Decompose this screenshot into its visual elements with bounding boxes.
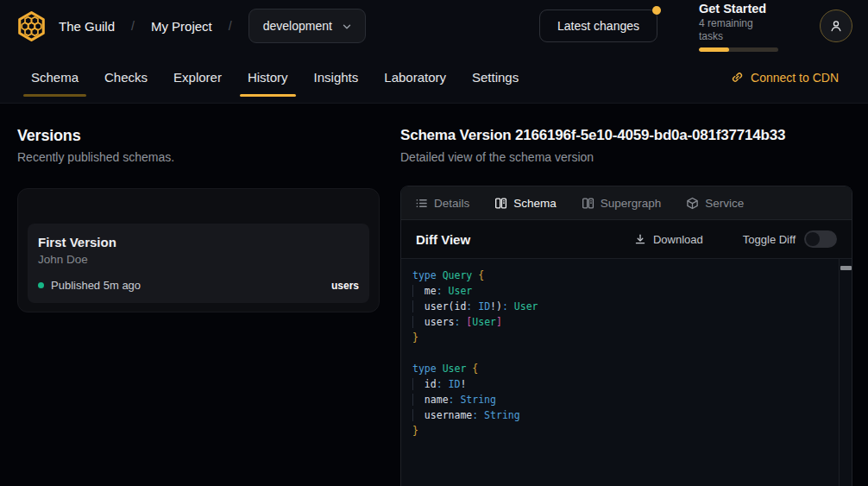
user-icon — [828, 18, 844, 34]
latest-changes-label: Latest changes — [557, 19, 639, 33]
code-line: user(id: ID!): User — [412, 299, 852, 314]
code-viewer: type Query { me: User user(id: ID!): Use… — [401, 259, 852, 486]
breadcrumb-project[interactable]: My Project — [151, 19, 212, 34]
nav-tab-explorer[interactable]: Explorer — [173, 70, 222, 85]
columns-icon — [582, 197, 594, 210]
toggle-knob — [806, 232, 820, 246]
list-icon — [415, 197, 428, 210]
code-line: users: [User] — [412, 314, 852, 330]
notification-dot — [652, 6, 661, 15]
code-line: } — [412, 330, 852, 345]
detail-tabs: DetailsSchemaSupergraphService — [401, 186, 852, 220]
code-line — [412, 345, 852, 361]
detail-tab-label: Schema — [513, 197, 557, 210]
version-item-status: Published 5m ago — [51, 279, 141, 292]
download-icon — [634, 233, 646, 245]
scrollbar-thumb[interactable] — [840, 266, 852, 270]
latest-changes-button[interactable]: Latest changes — [539, 9, 657, 42]
breadcrumb: The Guild / My Project / — [59, 19, 248, 34]
avatar[interactable] — [820, 9, 852, 42]
version-item-service-badge: users — [331, 280, 359, 292]
detail-tab-schema[interactable]: Schema — [494, 197, 557, 210]
version-list-item[interactable]: First Version John Doe Published 5m ago … — [28, 224, 369, 303]
connect-cdn-label: Connect to CDN — [751, 71, 839, 85]
link-icon — [731, 71, 744, 84]
detail-tab-label: Supergraph — [601, 197, 662, 210]
version-item-title: First Version — [38, 234, 359, 250]
nav-tab-settings[interactable]: Settings — [472, 70, 519, 85]
code-lines: type Query { me: User user(id: ID!): Use… — [401, 259, 852, 447]
version-item-author: John Doe — [38, 252, 359, 267]
connect-cdn-link[interactable]: Connect to CDN — [731, 71, 839, 85]
detail-tab-label: Service — [705, 197, 744, 210]
progress-fill — [699, 47, 729, 52]
code-line: } — [412, 423, 852, 439]
target-selector[interactable]: development — [248, 9, 366, 43]
schema-version-subtitle: Detailed view of the schema version — [400, 150, 852, 165]
nav-tabs: SchemaChecksExplorerHistoryInsightsLabor… — [31, 70, 519, 85]
breadcrumb-separator: / — [229, 19, 232, 33]
progress-bar — [699, 47, 778, 52]
detail-tab-details[interactable]: Details — [415, 197, 469, 210]
code-line: me: User — [412, 283, 852, 299]
code-line: type Query { — [412, 268, 852, 283]
detail-tab-service[interactable]: Service — [686, 197, 744, 210]
published-status-dot — [38, 282, 44, 288]
get-started-title: Get Started — [699, 1, 778, 16]
diff-view-actions: Download Toggle Diff — [634, 230, 837, 248]
versions-subtitle: Recently published schemas. — [17, 150, 380, 165]
code-line: id: ID! — [412, 376, 852, 392]
breadcrumb-separator: / — [131, 19, 135, 33]
nav-tab-schema[interactable]: Schema — [31, 70, 79, 85]
nav-tab-checks[interactable]: Checks — [104, 70, 148, 85]
version-detail-section: Schema Version 2166196f-5e10-4059-bd0a-0… — [400, 104, 868, 486]
breadcrumb-org[interactable]: The Guild — [59, 19, 115, 34]
app-root: The Guild / My Project / development Lat… — [0, 0, 868, 486]
cube-icon — [686, 197, 699, 210]
download-label: Download — [653, 233, 703, 246]
target-selector-value: development — [263, 19, 332, 33]
diff-view-toolbar: Diff View Download Toggle Diff — [401, 220, 852, 259]
diff-view-title: Diff View — [416, 232, 470, 247]
columns-icon — [494, 197, 507, 210]
versions-section: Versions Recently published schemas. Fir… — [0, 104, 400, 486]
code-line: type User { — [412, 361, 852, 376]
nav-tab-insights[interactable]: Insights — [314, 70, 359, 85]
download-button[interactable]: Download — [634, 233, 703, 246]
project-nav: SchemaChecksExplorerHistoryInsightsLabor… — [0, 52, 868, 104]
chevron-down-icon — [341, 20, 353, 33]
code-line: name: String — [412, 392, 852, 407]
get-started-widget[interactable]: Get Started 4 remaining tasks — [699, 1, 778, 52]
versions-list-card: First Version John Doe Published 5m ago … — [17, 188, 380, 312]
get-started-subtitle: 4 remaining tasks — [699, 17, 778, 43]
hive-logo-icon[interactable] — [16, 10, 47, 42]
detail-tab-supergraph[interactable]: Supergraph — [582, 197, 662, 210]
toggle-diff-switch[interactable] — [804, 230, 837, 248]
version-item-status-row: Published 5m ago users — [38, 279, 359, 292]
versions-title: Versions — [17, 126, 380, 145]
code-line: username: String — [412, 407, 852, 423]
app-header: The Guild / My Project / development Lat… — [0, 0, 868, 52]
version-detail-panel: DetailsSchemaSupergraphService Diff View… — [400, 186, 852, 486]
scrollbar[interactable] — [839, 259, 852, 486]
schema-version-title: Schema Version 2166196f-5e10-4059-bd0a-0… — [400, 126, 852, 145]
toggle-diff-label: Toggle Diff — [743, 233, 796, 246]
nav-tab-laboratory[interactable]: Laboratory — [384, 70, 446, 85]
main-content: Versions Recently published schemas. Fir… — [0, 104, 868, 486]
detail-tab-label: Details — [434, 197, 469, 210]
nav-tab-history[interactable]: History — [248, 70, 288, 85]
